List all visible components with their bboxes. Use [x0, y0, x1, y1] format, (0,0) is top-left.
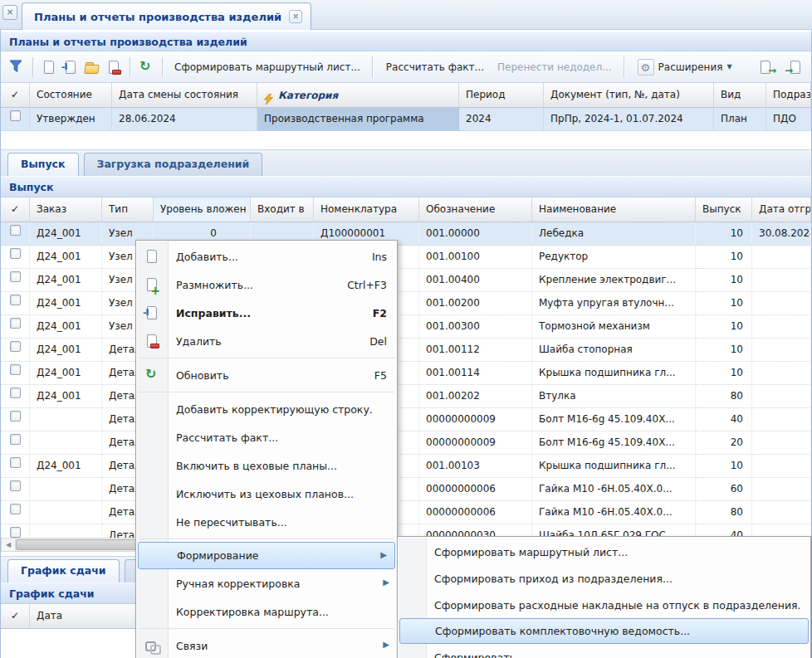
column-header[interactable]: Вид — [714, 83, 766, 107]
toolbar-button[interactable]: Рассчитать факт... ▼ — [379, 56, 491, 78]
filter-button[interactable] — [6, 56, 27, 78]
import-button[interactable] — [785, 56, 806, 78]
context-menu-item[interactable]: Обновить F5 ▶ — [136, 361, 397, 389]
table-row[interactable]: Д24_001 Деталь 001.00103 Крышка подшипни… — [1, 455, 811, 478]
context-menu-item[interactable]: Добавить корректирующую строку... ▶ — [136, 395, 397, 423]
toolbar-button[interactable]: Сформировать маршрутный лист... ▼ — [168, 56, 373, 78]
add-button[interactable] — [38, 56, 60, 78]
cell-period[interactable]: 2024 — [459, 108, 544, 131]
submenu-item[interactable]: Сформировать... — [398, 644, 810, 658]
cell-zakaz — [30, 501, 102, 524]
table-row[interactable]: Деталь 00000000009 Болт М16-6g 45.109.40… — [1, 431, 811, 455]
checkbox[interactable] — [10, 364, 21, 375]
context-menu-item[interactable]: Размножить... Ctrl+F3 ▶ — [136, 271, 397, 299]
column-header[interactable]: Наименование — [532, 197, 696, 222]
column-header-category[interactable]: Категория — [257, 83, 459, 107]
column-header[interactable]: Заказ — [30, 197, 102, 222]
checkbox[interactable] — [10, 527, 21, 538]
table-row[interactable]: Д24_001 Деталь 001.00114 Крышка подшипни… — [1, 362, 811, 385]
table-row[interactable]: Деталь 00000000006 Гайка М10 -6Н.05.40Х.… — [1, 478, 811, 501]
cell-date[interactable]: 28.06.2024 — [112, 108, 257, 131]
close-icon[interactable]: × — [289, 10, 302, 23]
checkbox[interactable] — [10, 225, 21, 236]
checkbox[interactable] — [10, 411, 21, 422]
cell-state[interactable]: Утвержден — [30, 108, 112, 131]
tab[interactable]: Выпуск — [7, 153, 79, 176]
tab[interactable]: График сдачи — [7, 559, 120, 582]
table-row[interactable]: Д24_001 Узел 001.00200 Муфта упругая вту… — [1, 292, 811, 315]
context-menu-item[interactable]: ▶ — [136, 536, 397, 542]
checkbox[interactable] — [10, 480, 21, 491]
check-icon[interactable]: ✓ — [1, 83, 30, 107]
column-header[interactable]: Подраз — [766, 83, 811, 107]
context-menu-item[interactable]: Исключить из цеховых планов... ▶ — [136, 480, 397, 508]
context-menu-item[interactable]: ▶ — [136, 626, 397, 631]
checkbox[interactable] — [10, 387, 21, 398]
table-row[interactable]: Деталь 00000000009 Болт М16-6g 45.109.40… — [1, 408, 811, 431]
context-menu-item[interactable]: Ручная корректировка ▶ — [136, 569, 397, 597]
context-menu-item[interactable]: Корректировка маршрута... ▶ — [136, 597, 397, 626]
submenu-item[interactable]: Сформировать приход из подразделения... — [398, 565, 810, 592]
table-row[interactable]: Д24_001 Деталь 001.00112 Шайба стопорная… — [1, 339, 811, 362]
context-menu-item[interactable]: Связи ▶ — [136, 631, 397, 658]
cell-category-selected[interactable]: Производственная программа — [257, 108, 459, 131]
column-header[interactable]: Тип — [102, 197, 154, 222]
checkbox[interactable] — [10, 110, 21, 121]
refresh-button[interactable] — [135, 56, 157, 78]
toolbar-button[interactable]: Расширения ▼ — [631, 56, 739, 78]
checkbox[interactable] — [10, 248, 21, 259]
table-row[interactable]: Д24_001 Узел 001.00400 Крепление электро… — [1, 269, 811, 292]
checkbox[interactable] — [10, 341, 21, 352]
column-header[interactable]: Обозначение — [419, 197, 532, 222]
context-menu-item[interactable]: Исправить... F2 ▶ — [136, 299, 397, 327]
submenu-item[interactable]: Сформировать расходные накладные на отпу… — [398, 592, 810, 618]
column-header-sorted[interactable]: Уровень вложен — [154, 197, 251, 222]
column-header[interactable]: Дата смены состояния — [112, 83, 257, 107]
checkbox[interactable] — [10, 318, 21, 329]
export-button[interactable] — [755, 56, 776, 78]
close-icon[interactable]: × — [2, 5, 17, 20]
context-menu-item[interactable]: Формирование ▶ — [138, 542, 395, 569]
cell-document[interactable]: ПрПр, 2024-1, 01.07.2024 — [544, 108, 714, 131]
column-header[interactable]: Состояние — [30, 83, 112, 107]
column-header[interactable]: Выпуск — [696, 197, 752, 222]
table-row[interactable]: Д24_001 Узел 0 Д100000001 001.00000 Лебе… — [1, 222, 811, 246]
tab[interactable]: Загрузка подразделений — [84, 153, 263, 176]
delete-button[interactable] — [103, 56, 125, 78]
checkbox[interactable] — [10, 504, 21, 514]
cell-vid[interactable]: План — [714, 108, 766, 131]
toolbar-button[interactable]: Перенести недодел... ▼ — [491, 56, 624, 78]
context-menu-item[interactable]: Не пересчитывать... ▶ — [136, 508, 397, 536]
column-header[interactable]: Дата отгр — [752, 197, 811, 222]
checkbox[interactable] — [10, 457, 21, 468]
context-menu-item[interactable]: ▶ — [136, 389, 397, 395]
edit-button[interactable] — [60, 56, 81, 78]
scroll-left-arrow-icon[interactable]: ◀ — [2, 539, 16, 551]
check-icon[interactable]: ✓ — [1, 197, 30, 222]
checkbox[interactable] — [10, 434, 21, 445]
table-row[interactable]: Д24_001 Узел 001.00100 Редуктор 10 — [1, 246, 811, 269]
check-icon[interactable]: ✓ — [1, 604, 30, 628]
submenu-item[interactable]: Сформировать маршрутный лист... — [398, 539, 810, 565]
context-menu-item[interactable]: Удалить Del ▶ — [136, 327, 397, 355]
column-header[interactable]: Период — [459, 83, 544, 107]
column-header[interactable]: Входит в — [251, 197, 314, 222]
menu-item-label: Добавить корректирующую строку... — [176, 403, 374, 416]
table-row[interactable]: Деталь 00000000006 Гайка М10 -6Н.05.40Х.… — [1, 501, 811, 524]
cell-podr[interactable]: ПДО — [766, 108, 811, 131]
submenu-item[interactable]: Сформировать комплектовочную ведомость..… — [399, 618, 809, 644]
checkbox[interactable] — [10, 295, 21, 305]
table-row[interactable]: Д24_001 Деталь 001.00202 Втулка 80 — [1, 385, 811, 408]
table-row[interactable]: Д24_001 Узел 001.00300 Тормозной механиз… — [1, 315, 811, 339]
column-header[interactable]: Номенклатура — [314, 197, 419, 222]
main-document-tab[interactable]: Планы и отчеты производства изделий × — [22, 2, 311, 30]
checkbox[interactable] — [10, 271, 21, 282]
context-menu-item[interactable]: ▶ — [136, 355, 397, 361]
context-menu-item[interactable]: Включить в цеховые планы... ▶ — [136, 451, 397, 480]
column-header[interactable]: Документ (тип, №, дата) — [544, 83, 714, 107]
open-button[interactable] — [81, 56, 103, 78]
context-menu-item[interactable]: Рассчитать факт... ▶ — [136, 423, 397, 451]
context-menu-item[interactable]: Добавить... Ins ▶ — [136, 242, 397, 271]
plans-table-row[interactable]: Утвержден 28.06.2024 Производственная пр… — [1, 108, 811, 131]
row-checkbox-cell — [1, 246, 30, 269]
